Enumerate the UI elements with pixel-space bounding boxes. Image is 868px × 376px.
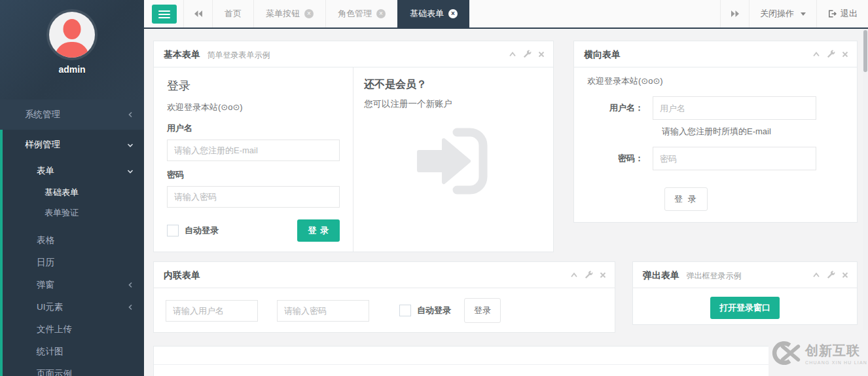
hamburger-menu-button[interactable] <box>152 5 177 24</box>
sidebar-open-section: 样例管理 表单 基础表单 表单验证 表格 日历 <box>0 130 144 376</box>
sidebar-item-form-validate[interactable]: 表单验证 <box>3 202 144 223</box>
sidebar: admin 系统管理 样例管理 表单 基础表单 <box>0 0 144 376</box>
close-operations-dropdown[interactable]: 关闭操作 <box>749 0 816 28</box>
login-button[interactable]: 登 录 <box>664 187 708 211</box>
panel-title: 内联表单 <box>164 270 200 280</box>
auto-login-checkbox[interactable] <box>399 305 411 316</box>
vertical-scrollbar[interactable] <box>863 29 868 376</box>
collapse-icon[interactable] <box>570 272 578 278</box>
avatar[interactable] <box>49 12 95 58</box>
panel-title: 弹出表单 <box>643 270 679 280</box>
double-chevron-right-icon <box>731 10 740 18</box>
password-label: 密码： <box>587 147 653 170</box>
settings-wrench-icon[interactable] <box>827 50 835 58</box>
sidebar-item-forms[interactable]: 表单 <box>3 160 144 182</box>
close-icon[interactable] <box>538 51 545 58</box>
sign-out-icon <box>827 9 837 18</box>
username-label: 用户名： <box>587 96 653 120</box>
register-text: 您可以注册一个新账户 <box>364 98 543 110</box>
sidebar-item-system-mgmt[interactable]: 系统管理 <box>0 100 144 130</box>
username-label: 用户名 <box>167 122 340 134</box>
open-login-window-button[interactable]: 打开登录窗口 <box>710 297 780 319</box>
password-input[interactable] <box>653 147 816 170</box>
watermark-logo-icon <box>770 337 801 369</box>
sign-in-icon <box>414 124 494 198</box>
login-button[interactable]: 登录 <box>464 298 501 323</box>
chevron-down-icon <box>127 168 134 174</box>
sidebar-item-modal[interactable]: 弹窗 <box>3 274 144 296</box>
chevron-left-icon <box>128 304 134 310</box>
panel-inline-form: 内联表单 自动登录 登录 <box>153 261 615 333</box>
username-input[interactable] <box>166 300 258 322</box>
watermark-subtext: CHUANG XIN HU LIAN <box>805 360 867 365</box>
sidebar-nav: 系统管理 样例管理 表单 基础表单 表单验证 <box>0 100 144 376</box>
password-label: 密码 <box>167 169 340 181</box>
panel-title: 横向表单 <box>584 49 621 60</box>
tabs-scroll-left-button[interactable] <box>183 0 212 28</box>
tab-role-mgmt[interactable]: 角色管理 × <box>325 0 397 28</box>
collapse-icon[interactable] <box>509 51 516 58</box>
profile-section: admin <box>0 0 144 100</box>
sidebar-item-sample-mgmt[interactable]: 样例管理 <box>3 130 144 160</box>
password-input[interactable] <box>277 300 369 322</box>
tab-home[interactable]: 首页 <box>212 0 253 28</box>
tab-close-icon[interactable]: × <box>376 9 386 18</box>
close-icon[interactable] <box>842 51 848 58</box>
welcome-text: 欢迎登录本站(⊙o⊙) <box>167 102 340 113</box>
login-button[interactable]: 登 录 <box>297 219 340 242</box>
welcome-text: 欢迎登录本站(⊙o⊙) <box>587 75 844 87</box>
login-heading: 登录 <box>167 78 340 94</box>
collapse-icon[interactable] <box>812 272 820 278</box>
watermark: 创新互联 CHUANG XIN HU LIAN <box>769 330 868 376</box>
chevron-down-icon <box>127 142 134 148</box>
close-icon[interactable] <box>600 272 606 278</box>
username-text: admin <box>0 64 144 75</box>
double-chevron-left-icon <box>194 10 203 18</box>
logout-button[interactable]: 退出 <box>816 0 868 28</box>
panel-basic-form: 基本表单 简单登录表单示例 登录 欢迎登录本站(⊙o⊙) 用户名 密码 自动登录… <box>153 41 554 252</box>
caret-down-icon <box>801 12 806 16</box>
not-member-heading: 还不是会员？ <box>364 78 543 92</box>
collapse-icon[interactable] <box>812 51 820 58</box>
auto-login-checkbox[interactable] <box>167 225 179 236</box>
settings-wrench-icon[interactable] <box>827 271 835 279</box>
sidebar-item-basic-form[interactable]: 基础表单 <box>3 182 144 202</box>
settings-wrench-icon[interactable] <box>585 271 593 279</box>
tab-close-icon[interactable]: × <box>304 9 314 18</box>
chevron-left-icon <box>128 111 134 118</box>
panel-popup-form: 弹出表单 弹出框登录示例 打开登录窗口 <box>632 261 858 325</box>
panel-horizontal-form: 横向表单 欢迎登录本站(⊙o⊙) 用户名： 请输入您注册时所填的E-mail 密… <box>573 41 858 223</box>
panel-title: 基本表单 <box>164 49 200 60</box>
avatar-person-icon <box>63 19 81 39</box>
tab-close-icon[interactable]: × <box>448 9 458 18</box>
watermark-name: 创新互联 <box>805 342 867 360</box>
tab-menu-button[interactable]: 菜单按钮 × <box>253 0 325 28</box>
sidebar-item-ui-elements[interactable]: UI元素 <box>3 296 144 318</box>
topbar: 首页 菜单按钮 × 角色管理 × 基础表单 × 关闭操作 退出 <box>144 0 868 29</box>
chevron-left-icon <box>128 282 134 288</box>
auto-login-label: 自动登录 <box>417 305 451 316</box>
close-icon[interactable] <box>842 272 848 278</box>
sidebar-item-calendar[interactable]: 日历 <box>3 252 144 274</box>
main-content: 基本表单 简单登录表单示例 登录 欢迎登录本站(⊙o⊙) 用户名 密码 自动登录… <box>144 29 868 376</box>
scrollbar-thumb[interactable] <box>863 30 867 72</box>
tabs-scroll-right-button[interactable] <box>720 0 749 28</box>
password-input[interactable] <box>167 186 340 208</box>
tab-basic-form[interactable]: 基础表单 × <box>397 0 469 28</box>
sidebar-item-page-demo[interactable]: 页面示例 <box>3 363 144 376</box>
panel-next-peek <box>153 346 858 376</box>
username-input[interactable] <box>653 96 816 120</box>
avatar-person-icon <box>55 42 89 58</box>
username-input[interactable] <box>167 140 340 161</box>
panel-subtitle: 简单登录表单示例 <box>207 50 270 60</box>
sidebar-item-tables[interactable]: 表格 <box>3 229 144 252</box>
sidebar-item-charts[interactable]: 统计图 <box>3 341 144 363</box>
username-help-text: 请输入您注册时所填的E-mail <box>662 126 844 138</box>
sidebar-item-file-upload[interactable]: 文件上传 <box>3 318 144 341</box>
panel-subtitle: 弹出框登录示例 <box>686 271 741 280</box>
auto-login-label: 自动登录 <box>185 225 219 236</box>
settings-wrench-icon[interactable] <box>523 50 532 58</box>
